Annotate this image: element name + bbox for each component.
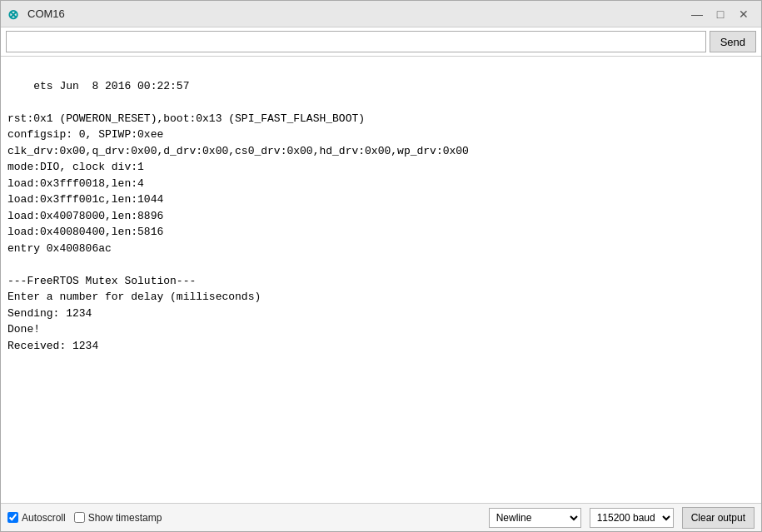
autoscroll-label[interactable]: Autoscroll [7, 512, 66, 524]
message-input[interactable] [6, 31, 706, 52]
status-bar: Autoscroll Show timestamp Newline No lin… [1, 503, 761, 531]
window-title: COM16 [27, 7, 686, 20]
output-text: ets Jun 8 2016 00:22:57 rst:0x1 (POWERON… [7, 80, 469, 352]
autoscroll-checkbox[interactable] [7, 512, 18, 523]
minimize-button[interactable]: — [686, 5, 708, 23]
autoscroll-text: Autoscroll [22, 512, 66, 524]
show-timestamp-checkbox[interactable] [74, 512, 85, 523]
show-timestamp-text: Show timestamp [88, 512, 162, 524]
send-button[interactable]: Send [710, 31, 756, 52]
clear-output-button[interactable]: Clear output [682, 507, 755, 529]
main-window: ⊗ COM16 — □ ✕ Send ets Jun 8 2016 00:22:… [0, 0, 762, 532]
serial-output: ets Jun 8 2016 00:22:57 rst:0x1 (POWERON… [1, 57, 761, 503]
baud-select[interactable]: 300 1200 2400 4800 9600 19200 38400 5760… [590, 508, 674, 528]
window-controls: — □ ✕ [686, 5, 755, 23]
title-bar: ⊗ COM16 — □ ✕ [1, 1, 761, 27]
newline-select[interactable]: Newline No line ending Carriage return B… [489, 508, 581, 528]
show-timestamp-label[interactable]: Show timestamp [74, 512, 162, 524]
app-icon: ⊗ [7, 7, 22, 22]
close-button[interactable]: ✕ [733, 5, 755, 23]
maximize-button[interactable]: □ [710, 5, 731, 23]
toolbar: Send [1, 27, 761, 57]
